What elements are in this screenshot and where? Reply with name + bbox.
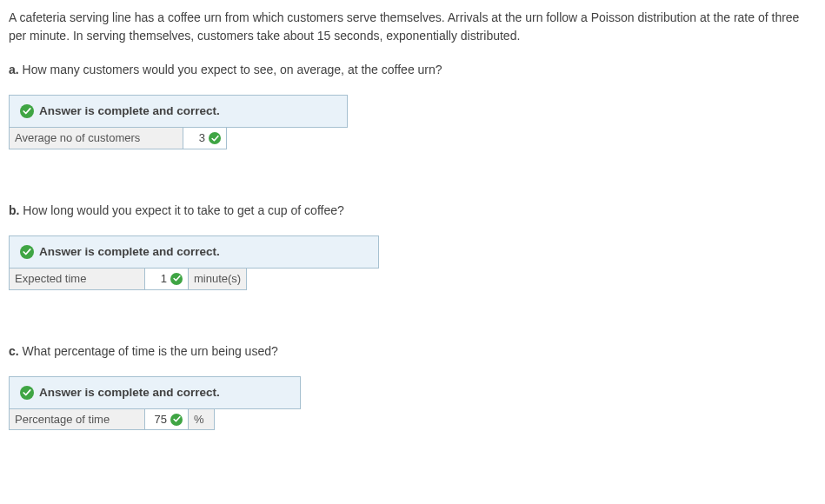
unit-cell-b: minute(s)	[189, 269, 247, 290]
answer-area-a: Answer is complete and correct. Average …	[9, 95, 816, 149]
answer-table-c: Percentage of time 75 %	[9, 408, 215, 431]
part-marker-c: c.	[9, 344, 19, 358]
check-circle-icon	[170, 414, 183, 426]
check-circle-icon	[20, 386, 34, 400]
table-row: Expected time 1 minute(s)	[10, 269, 247, 290]
question-c: c. What percentage of time is the urn be…	[9, 342, 816, 431]
prompt-text-b: How long would you expect it to take to …	[23, 203, 343, 217]
check-circle-icon	[20, 104, 34, 118]
status-banner-b: Answer is complete and correct.	[9, 235, 379, 269]
prompt-a: a. How many customers would you expect t…	[9, 61, 816, 79]
question-a: a. How many customers would you expect t…	[9, 61, 816, 149]
answer-area-b: Answer is complete and correct. Expected…	[9, 235, 816, 290]
status-text-a: Answer is complete and correct.	[39, 103, 220, 120]
part-marker-a: a.	[9, 63, 19, 76]
answer-table-b: Expected time 1 minute(s)	[9, 268, 247, 290]
prompt-text-c: What percentage of time is the urn being…	[23, 344, 278, 358]
prompt-text-a: How many customers would you expect to s…	[23, 63, 442, 76]
table-row: Average no of customers 3	[10, 128, 227, 149]
status-text-c: Answer is complete and correct.	[39, 384, 220, 401]
prompt-c: c. What percentage of time is the urn be…	[9, 342, 816, 361]
check-circle-icon	[170, 273, 183, 285]
answer-value-b: 1	[161, 270, 167, 288]
answer-table-a: Average no of customers 3	[9, 127, 227, 149]
row-label-c: Percentage of time	[10, 408, 145, 430]
row-label-a: Average no of customers	[10, 128, 183, 149]
check-circle-icon	[20, 245, 34, 259]
value-cell-a: 3	[183, 128, 227, 149]
answer-area-c: Answer is complete and correct. Percenta…	[9, 376, 816, 431]
part-marker-b: b.	[9, 203, 19, 217]
answer-value-a: 3	[199, 129, 205, 147]
table-row: Percentage of time 75 %	[10, 408, 215, 430]
unit-cell-c: %	[189, 408, 215, 430]
check-circle-icon	[209, 132, 221, 144]
value-cell-c: 75	[145, 408, 189, 430]
answer-value-c: 75	[155, 411, 167, 428]
problem-intro: A cafeteria serving line has a coffee ur…	[9, 9, 816, 45]
row-label-b: Expected time	[10, 269, 145, 290]
status-banner-a: Answer is complete and correct.	[9, 95, 348, 128]
question-b: b. How long would you expect it to take …	[9, 202, 816, 290]
status-text-b: Answer is complete and correct.	[39, 243, 220, 261]
prompt-b: b. How long would you expect it to take …	[9, 202, 816, 220]
status-banner-c: Answer is complete and correct.	[9, 376, 301, 409]
value-cell-b: 1	[145, 269, 189, 290]
